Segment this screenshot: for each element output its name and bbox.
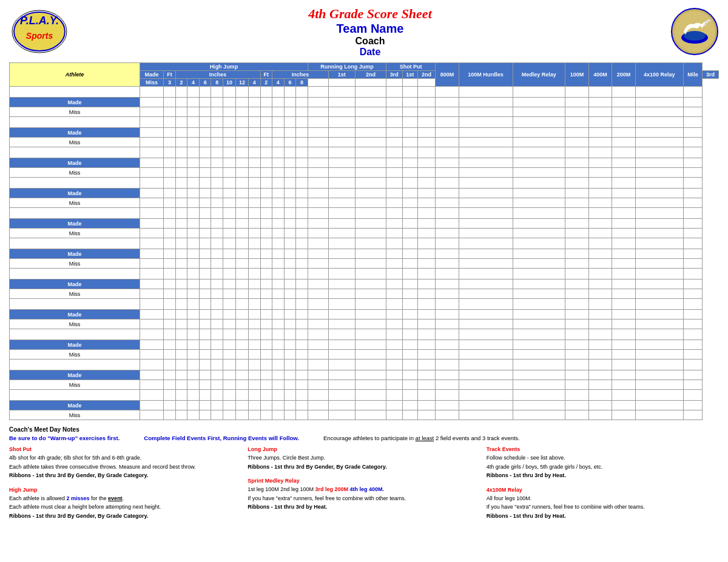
- made-cell[interactable]: [211, 219, 223, 229]
- miss-cell[interactable]: [588, 380, 612, 390]
- miss-cell[interactable]: [284, 350, 296, 360]
- made-cell[interactable]: [565, 340, 588, 350]
- miss-cell[interactable]: [417, 229, 435, 238]
- miss-cell[interactable]: [187, 229, 200, 238]
- miss-cell[interactable]: [565, 380, 588, 390]
- made-cell[interactable]: [140, 128, 164, 138]
- made-cell[interactable]: [164, 401, 176, 410]
- made-cell[interactable]: [417, 249, 435, 259]
- miss-cell[interactable]: [683, 107, 702, 117]
- data-cell[interactable]: [328, 117, 355, 128]
- data-cell[interactable]: [402, 329, 417, 340]
- miss-cell[interactable]: [513, 229, 565, 238]
- data-cell[interactable]: [459, 117, 513, 128]
- made-cell[interactable]: [211, 189, 223, 198]
- miss-cell[interactable]: [612, 198, 635, 208]
- miss-cell[interactable]: [565, 107, 588, 117]
- data-cell[interactable]: [223, 147, 235, 158]
- made-cell[interactable]: [164, 310, 176, 319]
- miss-cell[interactable]: [164, 229, 176, 238]
- miss-cell[interactable]: [248, 289, 260, 299]
- data-cell[interactable]: [459, 329, 513, 340]
- made-cell[interactable]: [588, 158, 612, 168]
- data-cell[interactable]: [402, 147, 417, 158]
- made-cell[interactable]: [588, 401, 612, 410]
- data-cell[interactable]: [565, 147, 588, 158]
- made-cell[interactable]: [272, 340, 285, 350]
- data-cell[interactable]: [284, 117, 296, 128]
- made-cell[interactable]: [436, 279, 459, 289]
- athlete-name-cell[interactable]: [10, 360, 140, 370]
- data-cell[interactable]: [248, 147, 260, 158]
- miss-cell[interactable]: [402, 319, 417, 329]
- miss-cell[interactable]: [355, 168, 386, 178]
- data-cell[interactable]: [223, 299, 235, 310]
- miss-cell[interactable]: [459, 380, 513, 390]
- miss-cell[interactable]: [272, 229, 285, 238]
- made-cell[interactable]: [355, 310, 386, 319]
- data-cell[interactable]: [328, 360, 355, 370]
- athlete-name-cell[interactable]: [10, 178, 140, 189]
- data-cell[interactable]: [459, 178, 513, 189]
- data-cell[interactable]: [386, 269, 403, 279]
- data-cell[interactable]: [260, 87, 272, 98]
- miss-cell[interactable]: [140, 229, 164, 238]
- made-cell[interactable]: [187, 279, 200, 289]
- data-cell[interactable]: [260, 178, 272, 189]
- miss-cell[interactable]: [459, 138, 513, 147]
- data-cell[interactable]: [588, 87, 612, 98]
- made-cell[interactable]: [187, 370, 200, 380]
- miss-cell[interactable]: [164, 410, 176, 420]
- miss-cell[interactable]: [417, 319, 435, 329]
- made-cell[interactable]: [588, 128, 612, 138]
- miss-cell[interactable]: [565, 410, 588, 420]
- miss-cell[interactable]: [211, 107, 223, 117]
- miss-cell[interactable]: [235, 138, 248, 147]
- data-cell[interactable]: [513, 329, 565, 340]
- data-cell[interactable]: [223, 178, 235, 189]
- made-cell[interactable]: [164, 189, 176, 198]
- miss-cell[interactable]: [235, 168, 248, 178]
- miss-cell[interactable]: [459, 259, 513, 269]
- miss-cell[interactable]: [164, 319, 176, 329]
- miss-cell[interactable]: [199, 410, 211, 420]
- data-cell[interactable]: [296, 329, 308, 340]
- miss-cell[interactable]: [386, 229, 403, 238]
- miss-cell[interactable]: [296, 350, 308, 360]
- miss-cell[interactable]: [635, 198, 683, 208]
- made-cell[interactable]: [565, 219, 588, 229]
- data-cell[interactable]: [248, 238, 260, 249]
- miss-cell[interactable]: [272, 380, 285, 390]
- data-cell[interactable]: [223, 390, 235, 401]
- data-cell[interactable]: [164, 87, 176, 98]
- miss-cell[interactable]: [248, 350, 260, 360]
- miss-cell[interactable]: [355, 138, 386, 147]
- data-cell[interactable]: [164, 269, 176, 279]
- miss-cell[interactable]: [308, 168, 328, 178]
- miss-cell[interactable]: [164, 198, 176, 208]
- data-cell[interactable]: [187, 87, 200, 98]
- data-cell[interactable]: [513, 360, 565, 370]
- miss-cell[interactable]: [175, 107, 187, 117]
- data-cell[interactable]: [187, 238, 200, 249]
- data-cell[interactable]: [459, 147, 513, 158]
- miss-cell[interactable]: [355, 410, 386, 420]
- miss-cell[interactable]: [417, 259, 435, 269]
- miss-cell[interactable]: [436, 107, 459, 117]
- miss-cell[interactable]: [459, 350, 513, 360]
- data-cell[interactable]: [355, 390, 386, 401]
- miss-cell[interactable]: [612, 168, 635, 178]
- miss-cell[interactable]: [296, 289, 308, 299]
- miss-cell[interactable]: [272, 107, 285, 117]
- miss-cell[interactable]: [260, 168, 272, 178]
- made-cell[interactable]: [436, 98, 459, 107]
- miss-cell[interactable]: [588, 229, 612, 238]
- made-cell[interactable]: [223, 128, 235, 138]
- made-cell[interactable]: [355, 279, 386, 289]
- made-cell[interactable]: [199, 219, 211, 229]
- miss-cell[interactable]: [612, 289, 635, 299]
- made-cell[interactable]: [175, 128, 187, 138]
- made-cell[interactable]: [140, 340, 164, 350]
- athlete-name-cell[interactable]: [10, 299, 140, 310]
- miss-cell[interactable]: [612, 138, 635, 147]
